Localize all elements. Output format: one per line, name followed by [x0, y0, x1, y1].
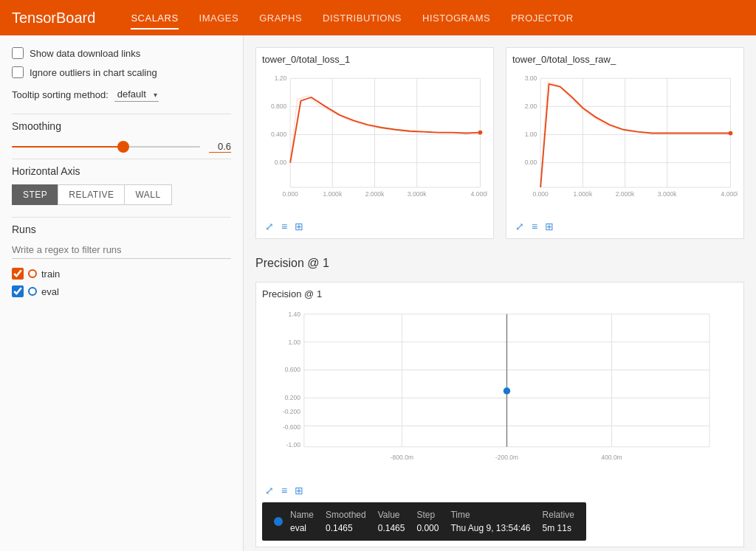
divider-3	[12, 217, 231, 218]
nav-bar: SCALARS IMAGES GRAPHS DISTRIBUTIONS HIST…	[131, 10, 573, 27]
show-download-row: Show data download links	[12, 47, 231, 59]
run-train-checkbox[interactable]	[12, 268, 24, 280]
haxis-wall-btn[interactable]: WALL	[124, 184, 171, 205]
main-layout: Show data download links Ignore outliers…	[0, 35, 756, 551]
tooltip-panel: Name Smoothed Value Step Time Relative e…	[262, 502, 586, 541]
show-download-checkbox[interactable]	[12, 47, 24, 59]
svg-text:0.200: 0.200	[285, 394, 301, 401]
list-icon[interactable]: ≡	[281, 221, 287, 232]
download-icon-3[interactable]: ⊞	[295, 485, 303, 496]
nav-histograms[interactable]: HISTOGRAMS	[422, 10, 490, 27]
nav-graphs[interactable]: GRAPHS	[259, 10, 302, 27]
divider-1	[12, 114, 231, 114]
chart-precision-icons: ⤢ ≡ ⊞	[262, 485, 738, 496]
haxis-step-btn[interactable]: STEP	[12, 184, 58, 205]
header: TensorBoard SCALARS IMAGES GRAPHS DISTRI…	[0, 0, 756, 35]
svg-text:400.0m: 400.0m	[601, 454, 622, 461]
svg-text:-0.200: -0.200	[283, 408, 300, 415]
run-train: train	[12, 268, 231, 280]
runs-filter-input[interactable]	[12, 241, 231, 259]
run-train-label: train	[41, 268, 60, 280]
svg-text:1.20: 1.20	[275, 74, 287, 82]
chart-total-loss-raw-svg: 3.00 2.00 1.00 0.00 0.000 1.000k 2.000k …	[512, 68, 738, 215]
svg-text:3.000k: 3.000k	[658, 190, 677, 198]
tooltip-dot	[274, 517, 283, 526]
list-icon-2[interactable]: ≡	[532, 221, 537, 232]
svg-text:4.000k: 4.000k	[471, 190, 487, 198]
ignore-outliers-row: Ignore outliers in chart scaling	[12, 66, 231, 78]
run-eval-dot	[28, 287, 37, 296]
svg-point-39	[729, 131, 733, 136]
nav-projector[interactable]: PROJECTOR	[511, 10, 573, 27]
chart-total-loss-1-svg: 1.20 0.800 0.400 0.00 0.000 1.000k 2.000…	[262, 68, 487, 215]
download-icon[interactable]: ⊞	[295, 221, 303, 232]
chart-precision-svg: 1.40 1.00 0.600 0.200 -0.200 -0.600 -1.0…	[262, 302, 738, 479]
svg-point-62	[504, 387, 510, 394]
svg-point-19	[478, 131, 483, 135]
svg-text:2.000k: 2.000k	[365, 190, 385, 198]
nav-images[interactable]: IMAGES	[199, 10, 239, 27]
ignore-outliers-checkbox[interactable]	[12, 66, 24, 78]
svg-text:2.00: 2.00	[525, 103, 537, 110]
tooltip-value-val: 0.1465	[378, 523, 405, 533]
tooltip-smoothed-header: Smoothed	[326, 510, 366, 520]
tooltip-time-header: Time	[450, 510, 530, 520]
show-download-label: Show data download links	[30, 48, 140, 59]
chart-total-loss-1: tower_0/total_loss_1 1.20 0.800	[255, 47, 494, 239]
expand-icon[interactable]: ⤢	[265, 221, 274, 232]
svg-text:1.00: 1.00	[525, 131, 537, 138]
chart-precision: Precision @ 1 1.40 1.00 0.600 0.200	[255, 282, 744, 547]
svg-text:1.000k: 1.000k	[323, 190, 342, 198]
tooltip-sort-label: Tooltip sorting method:	[12, 89, 109, 100]
run-train-dot	[28, 269, 37, 278]
divider-2	[12, 159, 231, 159]
svg-text:0.00: 0.00	[275, 159, 287, 166]
nav-scalars[interactable]: SCALARS	[131, 10, 178, 27]
chart-total-loss-raw-title: tower_0/total_loss_raw_	[512, 54, 738, 65]
expand-icon-2[interactable]: ⤢	[515, 221, 524, 232]
tooltip-step-val: 0.000	[416, 523, 439, 533]
svg-text:1.40: 1.40	[289, 311, 301, 318]
sidebar: Show data download links Ignore outliers…	[0, 35, 244, 551]
smoothing-section-title: Smoothing	[12, 120, 231, 132]
haxis-relative-btn[interactable]: RELATIVE	[58, 184, 125, 205]
svg-text:-1.00: -1.00	[286, 441, 301, 448]
svg-text:0.600: 0.600	[285, 366, 301, 373]
tooltip-name-header: Name	[290, 510, 314, 520]
run-eval-label: eval	[41, 286, 59, 297]
smoothing-value: 0.6	[209, 141, 231, 153]
tooltip-value-header: Value	[378, 510, 405, 520]
chart-precision-title: Precision @ 1	[262, 288, 738, 299]
svg-text:0.000: 0.000	[532, 190, 549, 198]
top-charts-grid: tower_0/total_loss_1 1.20 0.800	[255, 47, 744, 239]
app-logo: TensorBoard	[12, 10, 95, 27]
svg-text:-800.0m: -800.0m	[391, 454, 413, 461]
svg-text:-200.0m: -200.0m	[495, 454, 518, 461]
svg-text:0.00: 0.00	[525, 159, 537, 166]
svg-text:0.400: 0.400	[271, 131, 287, 138]
list-icon-3[interactable]: ≡	[281, 485, 287, 496]
tooltip-row: Tooltip sorting method: default ▾	[12, 87, 231, 102]
smoothing-row: 0.6	[12, 141, 231, 153]
tooltip-relative-val: 5m 11s	[543, 523, 574, 533]
run-eval: eval	[12, 285, 231, 297]
svg-text:4.000k: 4.000k	[721, 190, 738, 198]
haxis-title: Horizontal Axis	[12, 165, 231, 177]
ignore-outliers-label: Ignore outliers in chart scaling	[30, 67, 157, 78]
runs-title: Runs	[12, 223, 231, 235]
smoothing-slider[interactable]	[12, 146, 200, 148]
tooltip-step-header: Step	[416, 510, 439, 520]
tooltip-sort-select[interactable]: default	[114, 87, 159, 102]
svg-text:1.000k: 1.000k	[573, 190, 592, 198]
nav-distributions[interactable]: DISTRIBUTIONS	[323, 10, 402, 27]
download-icon-2[interactable]: ⊞	[545, 221, 554, 232]
svg-text:0.000: 0.000	[282, 190, 298, 198]
tooltip-smoothed-val: 0.1465	[326, 523, 366, 533]
svg-text:2.000k: 2.000k	[616, 190, 635, 198]
expand-icon-3[interactable]: ⤢	[265, 485, 274, 496]
tooltip-time-val: Thu Aug 9, 13:54:46	[450, 523, 530, 533]
svg-text:-0.600: -0.600	[283, 423, 300, 431]
svg-text:0.800: 0.800	[271, 103, 287, 110]
run-eval-checkbox[interactable]	[12, 285, 24, 297]
tooltip-content: Name Smoothed Value Step Time Relative e…	[290, 510, 574, 533]
